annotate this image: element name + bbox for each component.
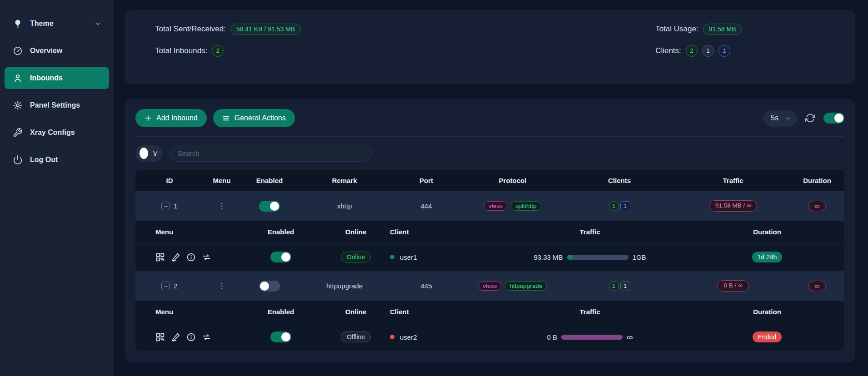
header-remark: Remark: [299, 177, 390, 184]
gauge-icon: [13, 46, 23, 56]
client-count-online-badge: 1: [620, 281, 630, 291]
info-icon[interactable]: [186, 332, 196, 342]
main-content: Total Sent/Received: 58.41 KB / 91.53 MB…: [114, 0, 868, 376]
client-traffic: 93.33 MB 1GB: [490, 253, 690, 261]
client-count-enabled-badge: 1: [609, 281, 619, 291]
reset-traffic-icon[interactable]: [202, 332, 211, 342]
row-menu-icon[interactable]: ⋮: [218, 284, 226, 288]
header-port: Port: [390, 177, 463, 184]
reset-traffic-icon[interactable]: [202, 252, 211, 262]
funnel-icon: [152, 150, 159, 157]
sidebar-item-panel-settings[interactable]: Panel Settings: [5, 94, 109, 116]
sidebar: Theme Overview Inbounds Panel Settings X…: [0, 0, 114, 376]
refresh-interval-select[interactable]: 5s: [763, 110, 797, 127]
general-actions-button[interactable]: General Actions: [213, 109, 295, 127]
stat-label: Clients:: [655, 46, 681, 55]
client-count-online-badge: 1: [620, 201, 630, 211]
clients-badge-gray: 1: [702, 45, 714, 57]
sidebar-item-theme[interactable]: Theme: [5, 13, 109, 35]
subheader-enabled: Enabled: [235, 308, 326, 316]
total-sent-received-badge: 58.41 KB / 91.53 MB: [230, 24, 301, 35]
client-status-dot: [390, 335, 394, 339]
client-duration-badge: 1d 24h: [752, 252, 783, 262]
refresh-interval-value: 5s: [771, 114, 778, 122]
sidebar-item-overview[interactable]: Overview: [5, 40, 109, 62]
inbound-enabled-toggle[interactable]: [259, 201, 280, 212]
refresh-icon[interactable]: [805, 113, 815, 123]
inbound-enabled-toggle[interactable]: [259, 281, 280, 292]
inbound-row-2[interactable]: − 2 ⋮ httpupgrade 445 vless httpupgrade …: [135, 271, 844, 301]
filter-toggle[interactable]: [135, 145, 163, 162]
traffic-total: 1GB: [633, 253, 646, 261]
total-inbounds-badge: 2: [212, 45, 224, 57]
total-inbounds: Total Inbounds: 2: [155, 45, 301, 57]
client-traffic: 0 B ∞: [490, 333, 690, 341]
toolbar: Add Inbound General Actions 5s: [135, 109, 844, 137]
stats-card: Total Sent/Received: 58.41 KB / 91.53 MB…: [125, 10, 855, 84]
subheader-client: Client: [385, 228, 490, 236]
row-menu-icon[interactable]: ⋮: [218, 204, 226, 208]
inbound-port: 445: [420, 282, 432, 290]
hamburger-icon: [222, 114, 230, 122]
client-row-user1: Online user1 93.33 MB 1GB 1d 24h: [135, 243, 844, 271]
search-input[interactable]: [169, 145, 372, 162]
client-name: user2: [400, 333, 417, 341]
info-icon[interactable]: [186, 252, 196, 262]
general-actions-label: General Actions: [234, 114, 286, 122]
header-menu: Menu: [204, 177, 240, 184]
sidebar-item-inbounds[interactable]: Inbounds: [5, 67, 109, 89]
clients-badge-green: 2: [686, 45, 698, 57]
add-inbound-label: Add Inbound: [156, 114, 198, 122]
sidebar-item-label: Inbounds: [30, 74, 63, 82]
sidebar-item-label: Panel Settings: [30, 101, 80, 109]
subheader-online: Online: [326, 228, 385, 236]
client-subtable-header-1: Menu Enabled Online Client Traffic Durat…: [135, 221, 844, 243]
sidebar-item-xray-configs[interactable]: Xray Configs: [5, 122, 109, 143]
header-protocol: Protocol: [463, 177, 563, 184]
subheader-client: Client: [385, 308, 490, 316]
subheader-traffic: Traffic: [490, 228, 690, 236]
inbound-duration-badge: ∞: [808, 281, 826, 291]
inbound-id: 2: [174, 282, 177, 290]
traffic-used: 93.33 MB: [534, 253, 563, 261]
toolbar-right: 5s: [763, 110, 844, 127]
client-count-enabled-badge: 1: [609, 201, 619, 211]
traffic-progress-bar: [561, 335, 623, 340]
client-enabled-toggle[interactable]: [270, 331, 291, 342]
header-id: ID: [135, 177, 204, 184]
stat-label: Total Sent/Received:: [155, 25, 226, 34]
table-header-row: ID Menu Enabled Remark Port Protocol Cli…: [135, 170, 844, 191]
chevron-down-icon: [785, 115, 791, 121]
inbound-remark: xhttp: [337, 202, 352, 210]
inbound-port: 444: [420, 202, 432, 210]
bulb-icon: [13, 19, 23, 29]
inbound-duration-badge: ∞: [808, 201, 826, 211]
traffic-used: 0 B: [547, 333, 557, 341]
client-enabled-toggle[interactable]: [270, 252, 291, 262]
qrcode-icon[interactable]: [155, 252, 165, 262]
total-usage-badge: 91.58 MB: [703, 24, 742, 35]
auto-refresh-toggle[interactable]: [823, 113, 844, 124]
subheader-traffic: Traffic: [490, 308, 690, 316]
plus-icon: [145, 114, 152, 122]
collapse-icon[interactable]: −: [161, 202, 170, 210]
add-inbound-button[interactable]: Add Inbound: [135, 109, 207, 127]
clients-badge-blue: 1: [718, 45, 730, 57]
gear-icon: [13, 100, 23, 110]
edit-icon[interactable]: [171, 252, 180, 262]
inbound-row-1[interactable]: − 1 ⋮ xhttp 444 vless splithttp 1 1 91: [135, 191, 844, 221]
client-duration-badge: Ended: [753, 331, 782, 342]
total-usage: Total Usage: 91.58 MB: [655, 24, 742, 35]
subheader-menu: Menu: [135, 228, 235, 236]
qrcode-icon[interactable]: [155, 332, 165, 342]
header-enabled: Enabled: [240, 177, 299, 184]
edit-icon[interactable]: [171, 332, 180, 342]
protocol-tag: vless: [484, 201, 507, 211]
transport-tag: httpupgrade: [505, 281, 547, 291]
logout-icon: [13, 155, 23, 165]
stat-label: Total Inbounds:: [155, 46, 207, 55]
collapse-icon[interactable]: −: [161, 282, 170, 290]
transport-tag: splithttp: [511, 201, 541, 211]
header-duration: Duration: [790, 177, 844, 184]
sidebar-item-log-out[interactable]: Log Out: [5, 149, 109, 171]
